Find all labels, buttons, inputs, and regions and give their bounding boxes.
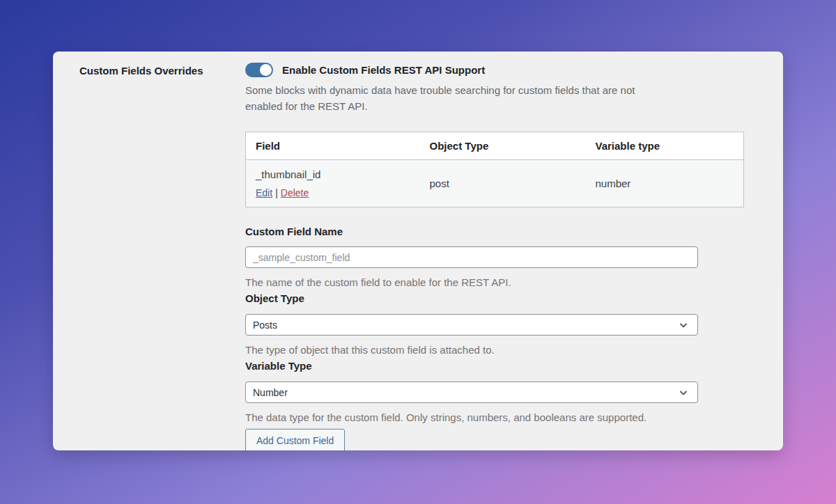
custom-fields-table: Field Object Type Variable type _thumbna…: [245, 132, 744, 207]
delete-link[interactable]: Delete: [281, 187, 309, 198]
field-cell: _thumbnail_id Edit|Delete: [246, 160, 420, 207]
section-label-column: Custom Fields Overrides: [79, 63, 245, 450]
row-actions: Edit|Delete: [256, 187, 410, 198]
chevron-down-icon: [678, 387, 689, 398]
toggle-label[interactable]: Enable Custom Fields REST API Support: [282, 64, 485, 76]
variable-type-selected-value: Number: [253, 387, 288, 398]
rest-api-toggle[interactable]: [245, 63, 273, 77]
column-header-object-type: Object Type: [420, 132, 586, 160]
object-type-label: Object Type: [245, 292, 744, 304]
custom-field-name-help: The name of the custom field to enable f…: [245, 276, 744, 288]
rest-api-toggle-row: Enable Custom Fields REST API Support: [245, 63, 744, 77]
object-type-select[interactable]: Posts: [245, 314, 698, 336]
section-label: Custom Fields Overrides: [79, 63, 245, 77]
edit-link[interactable]: Edit: [256, 187, 272, 198]
chevron-down-icon: [678, 320, 689, 331]
variable-type-help: The data type for the custom field. Only…: [245, 411, 744, 423]
custom-field-name-label: Custom Field Name: [245, 226, 744, 237]
column-header-field: Field: [246, 132, 420, 160]
section-content-column: Enable Custom Fields REST API Support So…: [245, 63, 744, 450]
object-type-help: The type of object that this custom fiel…: [245, 344, 744, 356]
object-type-selected-value: Posts: [253, 320, 277, 331]
variable-type-select[interactable]: Number: [245, 381, 698, 403]
toggle-knob: [260, 64, 272, 76]
column-header-variable-type: Variable type: [586, 132, 744, 160]
custom-field-name-input[interactable]: [245, 246, 698, 268]
variable-type-cell: number: [586, 160, 744, 207]
field-name: _thumbnail_id: [256, 168, 410, 180]
table-row: _thumbnail_id Edit|Delete post number: [246, 160, 744, 207]
variable-type-label: Variable Type: [245, 360, 744, 372]
action-separator: |: [275, 187, 278, 198]
section-description: Some blocks with dynamic data have troub…: [245, 82, 663, 114]
object-type-cell: post: [420, 160, 586, 207]
table-header-row: Field Object Type Variable type: [246, 132, 744, 160]
add-custom-field-button[interactable]: Add Custom Field: [245, 429, 345, 450]
settings-card: Custom Fields Overrides Enable Custom Fi…: [53, 52, 783, 450]
